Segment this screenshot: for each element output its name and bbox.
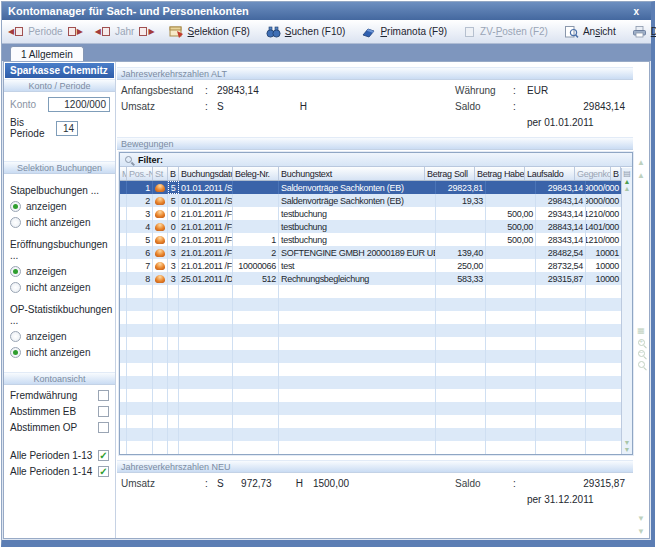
column-header[interactable]: Buchungstext — [279, 167, 425, 180]
checkbox-icon[interactable]: ✓ — [98, 466, 109, 477]
radio-option[interactable]: anzeigen — [10, 266, 115, 277]
checkbox-icon[interactable] — [98, 422, 109, 433]
radio-button-icon[interactable] — [10, 217, 21, 228]
column-header[interactable]: B — [611, 167, 621, 180]
scroll-down-page-icon[interactable]: ▼ — [624, 439, 631, 446]
checkbox-row[interactable]: Alle Perioden 1-14✓ — [10, 465, 109, 477]
cell-st — [153, 272, 168, 285]
zoom-in-icon[interactable] — [638, 339, 645, 346]
window-frame: Kontomanager für Sach- und Personenkonte… — [1, 1, 655, 547]
ansicht-button[interactable]: Ansicht — [559, 23, 621, 40]
table-row[interactable]: 5021.01.2011 /Fr1testbuchung500,0028343,… — [120, 233, 632, 246]
radio-button-icon[interactable] — [10, 201, 21, 212]
scroll-up-icon[interactable]: ▲ — [624, 178, 631, 185]
selektion-button[interactable]: Selektion (F8) — [164, 23, 255, 40]
cell-empty — [536, 389, 586, 402]
checkbox-icon[interactable] — [98, 406, 109, 417]
radio-button-icon[interactable] — [10, 266, 21, 277]
strip-down2-icon[interactable]: ▼ — [637, 527, 645, 536]
table-empty-row[interactable] — [120, 298, 632, 311]
column-header[interactable]: Gegenkonto — [575, 167, 611, 180]
table-empty-row[interactable] — [120, 389, 632, 402]
window-titlebar[interactable]: Kontomanager für Sach- und Personenkonte… — [2, 2, 651, 20]
column-header[interactable]: Pos.-Nr▾ — [127, 167, 153, 180]
column-header[interactable]: Beleg-Nr. — [233, 167, 279, 180]
table-row[interactable]: 7321.01.2011 /Fr10000066test250,0028732,… — [120, 259, 632, 272]
table-row[interactable]: 6321.01.2011 /Fr2SOFTENGINE GMBH 2000018… — [120, 246, 632, 259]
filter-bar[interactable]: Filter: — [120, 153, 632, 167]
radio-option[interactable]: anzeigen — [10, 331, 115, 342]
checkbox-row[interactable]: Abstimmen OP — [10, 421, 109, 433]
table-empty-row[interactable] — [120, 376, 632, 389]
cell-empty — [127, 298, 153, 311]
table-row[interactable]: 3021.01.2011 /Frtestbuchung500,0029343,1… — [120, 207, 632, 220]
cell-b: 3 — [168, 272, 179, 285]
cell-empty — [127, 376, 153, 389]
radio-button-icon[interactable] — [10, 331, 21, 342]
periode-prev-button[interactable]: ◀ — [8, 27, 23, 36]
scroll-down-icon[interactable]: ▼ — [624, 446, 631, 453]
table-row[interactable]: 8325.01.2011 /Di512Rechnungsbegleichung5… — [120, 272, 632, 285]
tab-allgemein[interactable]: 1 Allgemein — [10, 46, 84, 61]
column-header[interactable]: Betrag Soll — [425, 167, 475, 180]
grid-scrollbar[interactable]: ▤ ▲ ▲ ▼ ▼ — [621, 168, 632, 454]
table-row[interactable]: 2501.01.2011 /SaSaldenvorträge Sachkonte… — [120, 194, 632, 207]
close-button[interactable]: x — [627, 6, 645, 17]
cell-empty — [436, 350, 486, 363]
column-header[interactable]: Laufsaldo — [525, 167, 575, 180]
table-empty-row[interactable] — [120, 350, 632, 363]
checkbox-label: Abstimmen EB — [10, 406, 98, 417]
table-empty-row[interactable] — [120, 402, 632, 415]
zoom-icon[interactable] — [638, 361, 645, 368]
page-box-icon — [15, 27, 23, 36]
primanota-button[interactable]: Primanota (F9) — [356, 24, 452, 40]
column-header[interactable]: M — [120, 167, 127, 180]
column-header[interactable]: St — [153, 167, 168, 180]
row-options-icon[interactable]: ▤ — [623, 169, 631, 178]
strip-up-icon[interactable]: ▲ — [637, 158, 645, 167]
table-empty-row[interactable] — [120, 415, 632, 428]
table-empty-row[interactable] — [120, 428, 632, 441]
table-empty-row[interactable] — [120, 363, 632, 376]
periode-next-button[interactable]: ▶ — [68, 27, 83, 36]
strip-down-icon[interactable]: ▼ — [637, 514, 645, 523]
drucken-button[interactable]: Drucken — [627, 23, 656, 40]
checkbox-row[interactable]: Abstimmen EB — [10, 405, 109, 417]
checkbox-row[interactable]: Alle Perioden 1-13✓ — [10, 449, 109, 461]
cell-m — [120, 181, 127, 194]
table-empty-row[interactable] — [120, 311, 632, 324]
table-empty-row[interactable] — [120, 285, 632, 298]
table-row[interactable]: 1501.01.2011 /SaSaldenvorträge Sachkonte… — [120, 181, 632, 194]
radio-option[interactable]: nicht anzeigen — [10, 347, 115, 358]
cell-st — [153, 220, 168, 233]
strip-up2-icon[interactable]: ▲ — [637, 171, 645, 180]
scroll-up-page-icon[interactable]: ▲ — [624, 185, 631, 192]
table-empty-row[interactable] — [120, 337, 632, 350]
checkbox-icon[interactable]: ✓ — [98, 450, 109, 461]
radio-option[interactable]: anzeigen — [10, 201, 115, 212]
table-empty-row[interactable] — [120, 324, 632, 337]
table-empty-row[interactable] — [120, 441, 632, 454]
cell-empty — [586, 298, 622, 311]
radio-option[interactable]: nicht anzeigen — [10, 282, 115, 293]
jahr-prev-button[interactable]: ◀ — [95, 27, 110, 36]
checkbox-row[interactable]: Fremdwährung — [10, 389, 109, 401]
checkbox-icon[interactable] — [98, 390, 109, 401]
cell-datum: 21.01.2011 /Fr — [179, 259, 233, 272]
table-row[interactable]: 4021.01.2011 /Frtestbuchung500,0028843,1… — [120, 220, 632, 233]
zoom-out-icon[interactable] — [638, 350, 645, 357]
column-header[interactable]: B — [168, 167, 179, 180]
radio-button-icon[interactable] — [10, 347, 21, 358]
jahr-next-button[interactable]: ▶ — [139, 27, 154, 36]
konto-input[interactable]: 1200/000 — [48, 97, 110, 112]
radio-option[interactable]: nicht anzeigen — [10, 217, 115, 228]
bis-periode-input[interactable]: 14 — [56, 121, 78, 136]
column-header[interactable]: Betrag Haben — [475, 167, 525, 180]
cell-empty — [179, 363, 233, 376]
stapel-icon — [155, 210, 165, 218]
radio-button-icon[interactable] — [10, 282, 21, 293]
column-header[interactable]: Buchungsdatum — [179, 167, 233, 180]
cell-haben — [486, 194, 536, 207]
suchen-button[interactable]: Suchen (F10) — [261, 24, 351, 40]
grid-view-icon[interactable]: ▦ — [637, 326, 645, 335]
